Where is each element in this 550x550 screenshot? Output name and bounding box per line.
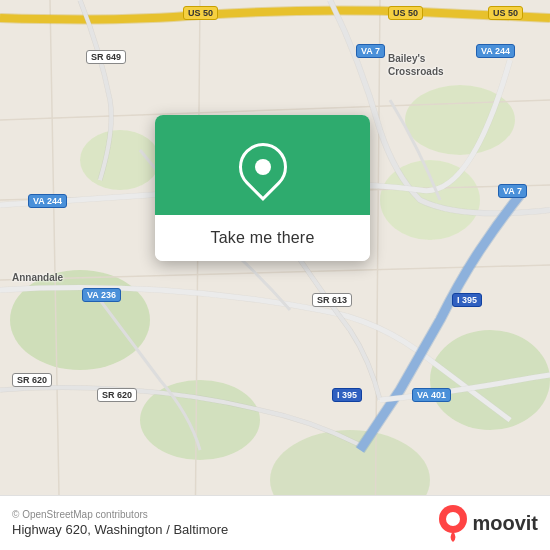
badge-us50-top: US 50 (183, 6, 218, 20)
pin-dot (255, 159, 271, 175)
popup-card: Take me there (155, 115, 370, 261)
badge-va401: VA 401 (412, 388, 451, 402)
copyright-text: © OpenStreetMap contributors (12, 509, 228, 520)
badge-va7-right: VA 7 (498, 184, 527, 198)
location-pin-icon (229, 133, 297, 201)
badge-us50-right: US 50 (488, 6, 523, 20)
badge-i395-right: I 395 (452, 293, 482, 307)
moovit-pin-icon (438, 504, 468, 542)
map-container: US 50 US 50 US 50 VA 7 VA 244 VA 7 VA 24… (0, 0, 550, 550)
svg-point-15 (446, 512, 460, 526)
moovit-logo: moovit (438, 504, 538, 542)
badge-sr613: SR 613 (312, 293, 352, 307)
moovit-wordmark: moovit (472, 512, 538, 535)
baileys-crossroads-label: Bailey'sCrossroads (388, 52, 444, 78)
badge-i395-bottom: I 395 (332, 388, 362, 402)
annandale-label: Annandale (12, 272, 63, 283)
badge-sr649: SR 649 (86, 50, 126, 64)
bottom-info: © OpenStreetMap contributors Highway 620… (12, 509, 228, 537)
badge-va7: VA 7 (356, 44, 385, 58)
popup-icon-area (155, 115, 370, 215)
map-svg (0, 0, 550, 550)
badge-va236: VA 236 (82, 288, 121, 302)
location-name: Highway 620, Washington / Baltimore (12, 522, 228, 537)
badge-sr620-mid: SR 620 (97, 388, 137, 402)
take-me-there-button[interactable]: Take me there (155, 215, 370, 261)
badge-sr620-left: SR 620 (12, 373, 52, 387)
badge-va244-right: VA 244 (476, 44, 515, 58)
badge-va244-left: VA 244 (28, 194, 67, 208)
bottom-bar: © OpenStreetMap contributors Highway 620… (0, 495, 550, 550)
svg-point-2 (380, 160, 480, 240)
badge-us50-tr: US 50 (388, 6, 423, 20)
